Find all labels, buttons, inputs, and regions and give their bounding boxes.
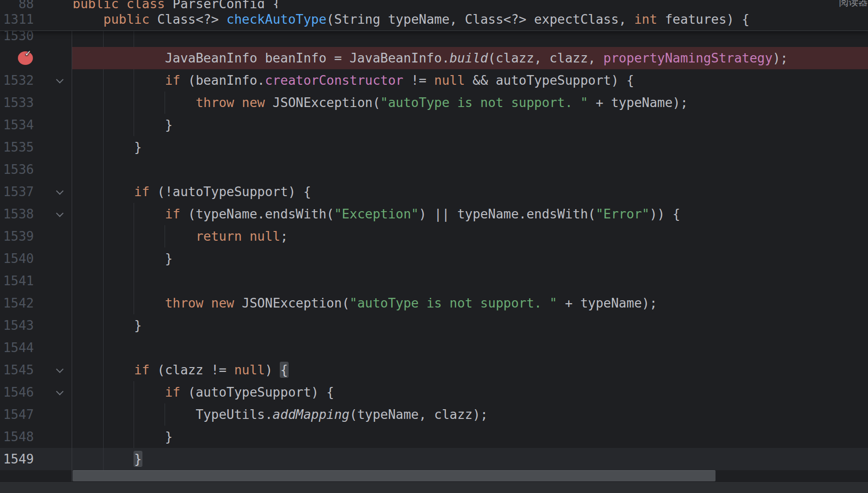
chevron-down-icon[interactable] [57,211,63,217]
code-token: if [165,385,181,400]
code-token: new [242,95,265,110]
code-token [73,229,196,244]
code-text[interactable]: } [73,314,142,337]
code-token: != [403,73,434,88]
code-token: null [249,229,280,244]
code-line-1540[interactable]: 1540 } [0,247,868,270]
line-number[interactable]: 1533 [0,92,34,114]
code-text[interactable]: } [73,114,173,136]
line-number[interactable]: 1545 [0,359,34,381]
code-line-1549[interactable]: 1549 } [0,448,868,470]
code-token [203,295,211,310]
horizontal-scrollbar-thumb[interactable] [73,470,716,481]
line-number[interactable]: 1548 [0,426,34,448]
indent-guide [103,337,104,359]
code-token [242,229,250,244]
line-number[interactable]: 1537 [0,181,34,203]
code-token [73,451,134,466]
line-number[interactable]: 1546 [0,381,34,403]
code-token [73,73,165,88]
code-line-1543[interactable]: 1543 } [0,314,868,337]
code-line-1541[interactable]: 1541 [0,270,868,292]
line-number[interactable]: 1543 [0,314,34,337]
code-line-1538[interactable]: 1538 if (typeName.endsWith("Exception") … [0,203,868,225]
line-number[interactable]: 1549 [0,448,34,470]
code-line-1531[interactable]: ✓ JavaBeanInfo beanInfo = JavaBeanInfo.b… [0,47,868,69]
code-token [73,295,165,310]
code-line-1311[interactable]: 1311 public Class<?> checkAutoType(Strin… [0,8,868,31]
code-line-1533[interactable]: 1533 throw new JSONException("autoType i… [0,92,868,114]
code-line-1536[interactable]: 1536 [0,158,868,181]
code-token [73,95,196,110]
chevron-down-icon[interactable] [57,77,63,84]
code-token: (typeName.endsWith( [180,206,334,221]
code-token: if [165,206,181,221]
code-line-1545[interactable]: 1545 if (clazz != null) { [0,359,868,381]
line-number[interactable]: 1534 [0,114,34,136]
code-token [73,184,134,199]
breakpoint-icon[interactable]: ✓ [18,51,33,65]
code-text[interactable]: TypeUtils.addMapping(typeName, clazz); [73,403,488,426]
sticky-lines-panel[interactable]: 88public class ParserConfig {1311 public… [0,0,868,31]
code-text[interactable]: if (autoTypeSupport) { [73,381,334,403]
code-text[interactable]: if (!autoTypeSupport) { [73,181,311,203]
line-number[interactable]: 1539 [0,225,34,247]
line-number[interactable]: 1542 [0,292,34,314]
code-token [73,385,165,400]
breakpoint-verified-check-icon: ✓ [25,47,30,58]
line-number[interactable]: 1536 [0,158,34,181]
line-number[interactable]: 1540 [0,247,34,270]
code-text[interactable]: } [73,426,173,448]
code-line-1537[interactable]: 1537 if (!autoTypeSupport) { [0,181,868,203]
line-number[interactable]: 1532 [0,69,34,92]
code-token: } [73,117,173,132]
code-line-1546[interactable]: 1546 if (autoTypeSupport) { [0,381,868,403]
gutter-border [72,0,72,481]
code-line-1547[interactable]: 1547 TypeUtils.addMapping(typeName, claz… [0,403,868,426]
code-text[interactable]: } [73,247,173,270]
code-token: "Exception" [334,206,419,221]
code-text[interactable]: if (clazz != null) { [73,359,288,381]
code-token: JSONException( [234,295,350,310]
code-token: null [234,362,265,377]
chevron-down-icon[interactable] [57,389,63,396]
code-text[interactable]: if (typeName.endsWith("Exception") || ty… [73,203,680,225]
code-text[interactable]: JavaBeanInfo beanInfo = JavaBeanInfo.bui… [73,47,788,69]
code-text[interactable]: return null; [73,225,288,247]
chevron-down-icon[interactable] [57,367,63,373]
horizontal-scrollbar[interactable] [0,470,868,481]
code-line-1534[interactable]: 1534 } [0,114,868,136]
code-token: "autoType is not support. " [350,295,557,310]
code-text[interactable]: throw new JSONException("autoType is not… [73,92,688,114]
code-token: } [73,139,142,154]
code-line-1535[interactable]: 1535 } [0,136,868,158]
code-token: ; [280,229,288,244]
line-number[interactable]: 1538 [0,203,34,225]
code-line-1532[interactable]: 1532 if (beanInfo.creatorConstructor != … [0,69,868,92]
code-text[interactable]: } [73,448,142,470]
code-token [73,362,134,377]
indent-guide [103,158,104,181]
code-line-1542[interactable]: 1542 throw new JSONException("autoType i… [0,292,868,314]
line-number[interactable]: 1544 [0,337,34,359]
line-number[interactable]: 1541 [0,270,34,292]
code-line-1548[interactable]: 1548 } [0,426,868,448]
code-token: if [134,184,150,199]
code-text[interactable]: } [73,136,142,158]
code-token: && autoTypeSupport) { [465,73,634,88]
line-number[interactable]: 1547 [0,403,34,426]
code-line-1544[interactable]: 1544 [0,337,868,359]
chevron-down-icon[interactable] [57,188,63,195]
code-line-1539[interactable]: 1539 return null; [0,225,868,247]
reader-mode-label[interactable]: 阅读器 [839,0,868,9]
code-token: + typeName); [557,295,657,310]
code-token: JavaBeanInfo beanInfo = JavaBeanInfo. [73,50,450,65]
code-text[interactable]: if (beanInfo.creatorConstructor != null … [73,69,634,92]
code-token: (clazz != [150,362,234,377]
line-number[interactable]: 1311 [0,8,34,31]
editor-code-area[interactable]: 1530✓ JavaBeanInfo beanInfo = JavaBeanIn… [0,0,868,481]
code-text[interactable]: public Class<?> checkAutoType(String typ… [73,8,749,31]
code-text[interactable]: throw new JSONException("autoType is not… [73,292,657,314]
line-number[interactable]: 1535 [0,136,34,158]
code-token: TypeUtils. [73,407,273,422]
